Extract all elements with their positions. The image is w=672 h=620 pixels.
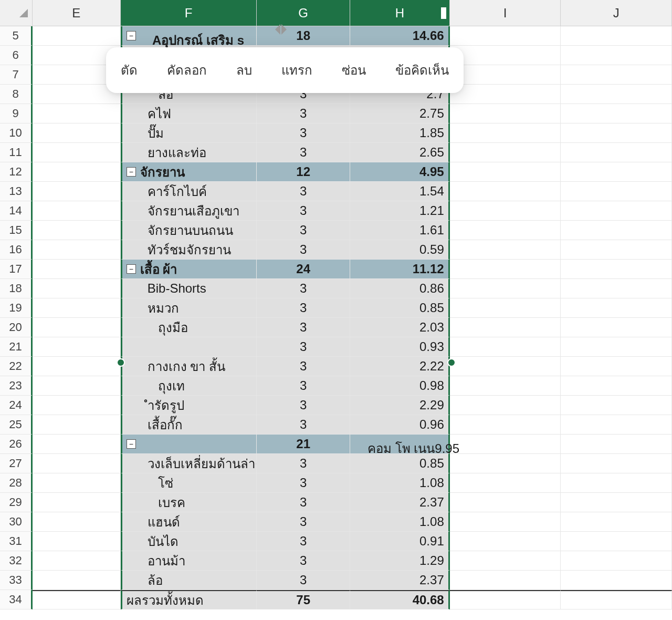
cell[interactable]: Bib-Shorts [121, 279, 257, 298]
cell[interactable] [33, 143, 121, 162]
cell[interactable]: ำรัดรูป [121, 396, 257, 415]
outline-collapse-icon[interactable]: − [127, 167, 136, 177]
cell[interactable]: หมวก [121, 298, 257, 318]
context-menu-cut[interactable]: ตัด [106, 47, 152, 93]
cell[interactable]: ล้อ [121, 571, 257, 590]
cell[interactable] [561, 396, 672, 415]
spreadsheet-grid[interactable]: −1814.66Helmets32.84ล็อ32.7คไฟ32.75ปั๊ม3… [33, 26, 672, 620]
cell[interactable]: 3 [257, 376, 350, 396]
cell[interactable]: 2.22 [350, 357, 450, 376]
cell[interactable]: 0.85 [350, 298, 450, 318]
cell[interactable] [561, 512, 672, 532]
cell[interactable] [33, 26, 121, 46]
cell[interactable]: 1.08 [350, 473, 450, 493]
cell[interactable] [450, 104, 561, 123]
context-menu-hide[interactable]: ซ่อน [327, 47, 381, 93]
cell[interactable] [33, 551, 121, 571]
cell[interactable] [33, 221, 121, 240]
row-header[interactable]: 26 [0, 435, 33, 454]
row-header[interactable]: 20 [0, 318, 33, 337]
cell[interactable] [450, 162, 561, 182]
cell[interactable]: 0.96 [350, 415, 450, 435]
cell[interactable]: 1.21 [350, 201, 450, 221]
cell[interactable] [33, 590, 121, 609]
cell[interactable] [561, 260, 672, 279]
cell[interactable] [33, 298, 121, 318]
cell[interactable] [561, 182, 672, 201]
cell[interactable] [561, 532, 672, 551]
cell[interactable] [561, 123, 672, 143]
cell[interactable]: กางเกง ขา สั้น [121, 357, 257, 376]
outline-collapse-icon[interactable]: − [127, 439, 136, 449]
cell[interactable] [450, 376, 561, 396]
cell[interactable] [561, 357, 672, 376]
cell[interactable]: 3 [257, 454, 350, 473]
column-resize-handle-icon[interactable] [275, 24, 287, 36]
cell[interactable]: 3 [257, 318, 350, 337]
cell[interactable] [450, 26, 561, 46]
row-header[interactable]: 17 [0, 260, 33, 279]
row-header[interactable]: 28 [0, 473, 33, 493]
cell[interactable]: ทัวร์ชมจักรยาน [121, 240, 257, 260]
cell[interactable] [450, 65, 561, 85]
cell[interactable]: 0.98 [350, 376, 450, 396]
cell[interactable]: 3 [257, 279, 350, 298]
cell[interactable]: 14.66 [350, 26, 450, 46]
cell[interactable] [450, 337, 561, 357]
cell[interactable]: 3 [257, 571, 350, 590]
row-header[interactable]: 16 [0, 240, 33, 260]
row-header[interactable]: 32 [0, 551, 33, 571]
cell[interactable] [561, 473, 672, 493]
cell[interactable] [450, 279, 561, 298]
cell[interactable] [33, 571, 121, 590]
cell[interactable] [450, 298, 561, 318]
cell[interactable] [450, 46, 561, 65]
cell[interactable]: 40.68 [350, 590, 450, 609]
cell[interactable] [450, 396, 561, 415]
col-header-F[interactable]: F [121, 0, 257, 26]
cell[interactable] [561, 26, 672, 46]
cell[interactable]: 3 [257, 415, 350, 435]
cell[interactable]: ยางและท่อ [121, 143, 257, 162]
row-header[interactable]: 12 [0, 162, 33, 182]
cell[interactable] [33, 532, 121, 551]
cell[interactable]: 0.86 [350, 279, 450, 298]
cell[interactable]: 3 [257, 201, 350, 221]
cell[interactable]: 3 [257, 182, 350, 201]
cell[interactable] [33, 104, 121, 123]
cell[interactable]: 4.95 [350, 162, 450, 182]
cell[interactable]: จักรยานเสือภูเขา [121, 201, 257, 221]
cell[interactable] [450, 571, 561, 590]
row-header[interactable]: 24 [0, 396, 33, 415]
selection-handle-left[interactable] [117, 358, 125, 367]
row-header[interactable]: 23 [0, 376, 33, 396]
row-header[interactable]: 29 [0, 493, 33, 512]
cell[interactable] [561, 376, 672, 396]
cell[interactable] [450, 435, 561, 454]
col-header-G[interactable]: G [257, 0, 350, 26]
cell[interactable] [450, 143, 561, 162]
cell[interactable] [450, 473, 561, 493]
row-header[interactable]: 30 [0, 512, 33, 532]
cell[interactable]: ปั๊ม [121, 123, 257, 143]
cell[interactable]: 2.29 [350, 396, 450, 415]
cell[interactable]: วงเล็บเหลี่ยมด้านล่าง [121, 454, 257, 473]
cell[interactable]: 24 [257, 260, 350, 279]
cell[interactable]: − [121, 435, 257, 454]
cell[interactable] [33, 279, 121, 298]
cell[interactable]: 2.65 [350, 143, 450, 162]
cell[interactable] [33, 337, 121, 357]
cell[interactable] [450, 454, 561, 473]
cell[interactable] [33, 415, 121, 435]
cell[interactable]: 3 [257, 493, 350, 512]
context-menu-comment[interactable]: ข้อคิดเห็น [381, 47, 464, 93]
cell[interactable]: 3 [257, 104, 350, 123]
cell[interactable] [450, 512, 561, 532]
cell[interactable]: 3 [257, 123, 350, 143]
cell[interactable] [33, 396, 121, 415]
col-header-H[interactable]: H [350, 0, 450, 26]
cell[interactable]: 1.54 [350, 182, 450, 201]
cell[interactable] [561, 143, 672, 162]
cell[interactable] [33, 376, 121, 396]
cell[interactable]: 2.03 [350, 318, 450, 337]
